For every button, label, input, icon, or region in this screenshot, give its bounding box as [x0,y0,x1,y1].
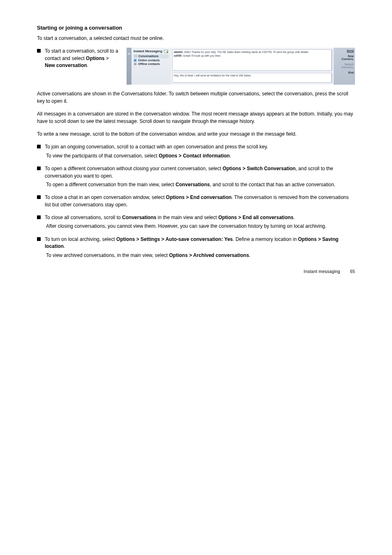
options-contact-info: Options > Contact information [159,153,230,159]
im-user2: ed555: [174,54,182,57]
svg-rect-8 [134,64,137,65]
people-icon [134,59,137,62]
txt: in the main view and select [156,215,218,220]
period: . [249,252,250,258]
para-active: Active conversations are shown in the Co… [37,90,355,105]
im-input-value: Hey, this is Neal. I will send an invita… [174,74,251,77]
bullet-archive-sub: To view archived conversations, in the m… [46,252,355,259]
people-icon [134,62,137,65]
envelope-icon [164,50,168,53]
bullet-switch: To open a different conversation without… [45,165,355,180]
im-input[interactable]: Hey, this is Neal. I will send an invita… [172,73,332,83]
bullet-start-conversation: To start a conversation, scroll to a con… [45,48,119,69]
im-msg1: Hello! Thanks for your help. The NE Sale… [183,51,309,53]
im-msg2: Great! I'll hook up with you then. [182,54,221,57]
im-rail: IM [127,48,131,85]
txt: To view archived conversations, in the m… [46,252,169,258]
options-archived: Options > Archived conversations [169,252,249,258]
svg-point-4 [135,59,136,60]
bullet-icon [37,49,41,53]
para-after-close: After closing conversations, you cannot … [46,223,355,230]
footer-page-number: 65 [350,269,355,274]
bullet-icon [37,145,41,148]
im-title: Instant Messaging [134,49,169,53]
bullet-icon [37,195,41,199]
svg-point-1 [166,51,168,53]
period: . [230,153,231,159]
page-footer: Instant messaging 65 [37,269,355,274]
section-heading: Starting or joining a conversation [37,25,355,31]
tree-offline-label: Offline contacts [138,62,160,66]
svg-point-7 [135,63,136,64]
txt: To close all conversations, scroll to [45,215,122,220]
conversations-label: Conversations [175,182,210,187]
separator: > [104,56,108,61]
txt: To open a different conversation from th… [46,182,175,187]
para-history: All messages in a conversation are store… [37,111,355,125]
txt: To view the participants of that convers… [46,153,159,159]
bullet-archive: To turn on local archiving, select Optio… [45,236,355,250]
tree-online-label: Online contacts [138,58,160,62]
options-switch: Options > Switch Conversation [223,166,296,171]
options-end: Options > End conversation [166,194,232,200]
im-user1: dat444: [174,51,183,53]
im-actions: Send New Convers. Switch Convers. End [334,48,355,85]
bullet-icon [37,166,41,170]
intro-paragraph: To start a conversation, a selected cont… [37,35,355,42]
txt: , and scroll to the contact that has an … [210,182,336,187]
tree-offline[interactable]: Offline contacts [134,62,169,66]
chat-icon [134,55,137,58]
tree-conversations[interactable]: Conversations [134,54,169,58]
im-chat-panel: dat444: Hello! Thanks for your help. The… [171,48,334,85]
im-screenshot: IM Instant Messaging Conversations [127,48,355,85]
end-button[interactable]: End [335,71,354,74]
new-convers-button[interactable]: New Convers. [335,55,354,60]
bullet-join: To join an ongoing conversation, scroll … [45,143,355,150]
bullet-switch-sub: To open a different conversation from th… [46,181,355,188]
im-title-text: Instant Messaging [134,49,162,53]
svg-rect-2 [134,56,137,57]
period: . [293,215,295,220]
bullet-join-sub: To view the participants of that convers… [46,153,355,160]
bullet-close: To close a chat in an open conversation … [45,194,355,208]
para-write: To write a new message, scroll to the bo… [37,131,355,138]
period: . [87,62,88,68]
im-history: dat444: Hello! Thanks for your help. The… [172,49,332,71]
conversations-label: Conversations [122,215,156,220]
tree-online[interactable]: Online contacts [134,58,169,62]
options-label: Options [86,56,104,61]
footer-section: Instant messaging [304,269,340,274]
rail-im-label: IM [128,53,131,55]
send-button[interactable]: Send [335,49,354,52]
new-conversation-label: New conversation [45,62,87,68]
tree-conversations-label: Conversations [138,54,159,58]
options-end-all: Options > End all conversations [218,215,293,220]
bullet-icon [37,215,41,219]
switch-convers-button: Switch Convers. [335,63,354,69]
svg-point-3 [134,59,135,60]
bullet-close-all: To close all conversations, scroll to Co… [45,214,355,221]
txt: To close a chat in an open conversation … [45,194,166,200]
svg-point-6 [134,63,135,64]
txt: To turn on local archiving, select [45,236,116,242]
im-contacts-panel: Instant Messaging Conversations Online c… [131,48,171,85]
options-autosave: Options > Settings > Auto-save conversat… [116,236,233,242]
txt: To open a different conversation without… [45,166,223,171]
svg-rect-5 [134,60,137,62]
period: . [64,243,65,249]
bullet-icon [37,237,41,241]
txt: . Define a memory location in [233,236,298,242]
